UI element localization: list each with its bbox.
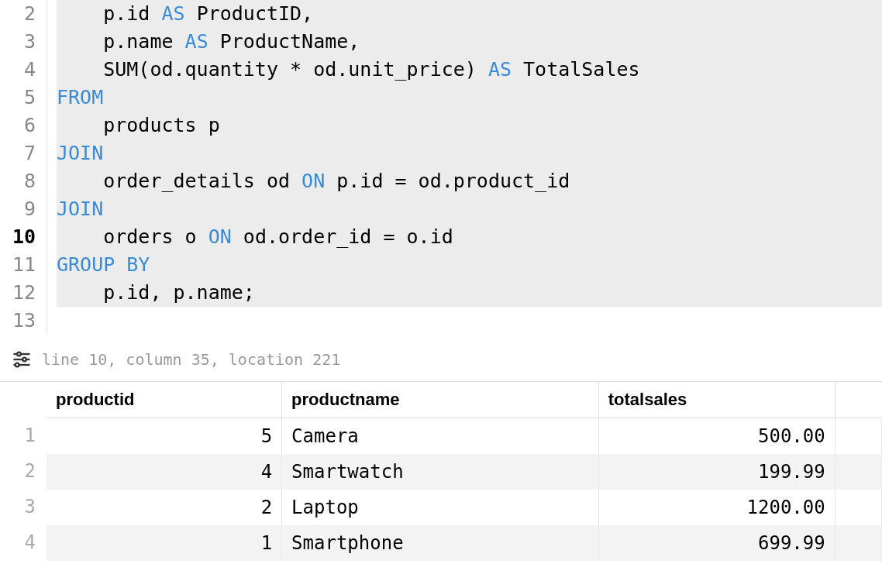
table-cell[interactable]: 5	[47, 418, 282, 454]
code-line[interactable]: JOIN	[57, 139, 882, 167]
table-cell[interactable]: Camera	[282, 418, 599, 454]
table-cell-spacer	[835, 418, 881, 454]
table-cell[interactable]: Laptop	[282, 490, 599, 525]
editor-gutter: 2345678910111213	[0, 0, 47, 335]
code-line[interactable]: FROM	[57, 84, 882, 112]
code-line[interactable]: orders o ON od.order_id = o.id	[57, 223, 882, 251]
row-number: 2	[0, 453, 36, 489]
line-number: 2	[0, 0, 36, 28]
line-number: 13	[0, 307, 36, 335]
cursor-position-text: line 10, column 35, location 221	[42, 350, 340, 369]
line-number: 12	[0, 279, 36, 307]
line-number: 10	[0, 223, 36, 251]
svg-point-5	[16, 363, 19, 367]
sql-editor[interactable]: 2345678910111213 p.id AS ProductID, p.na…	[0, 0, 882, 335]
table-cell[interactable]: 4	[47, 454, 282, 490]
table-cell[interactable]: 1200.00	[598, 490, 835, 525]
table-row[interactable]: 2Laptop1200.00	[47, 490, 882, 525]
line-number: 11	[0, 251, 36, 279]
line-number: 3	[0, 28, 36, 56]
code-line[interactable]: order_details od ON p.id = od.product_id	[57, 167, 882, 195]
table-cell-spacer	[835, 525, 881, 561]
line-number: 6	[0, 112, 36, 139]
table-cell[interactable]: 199.99	[598, 454, 835, 490]
code-line[interactable]: GROUP BY	[57, 251, 882, 279]
line-number: 9	[0, 195, 36, 223]
line-number: 8	[0, 167, 36, 195]
table-cell-spacer	[835, 454, 881, 490]
column-header[interactable]: productname	[282, 382, 599, 418]
line-number: 4	[0, 56, 36, 84]
settings-icon[interactable]	[11, 349, 33, 370]
table-cell[interactable]: Smartwatch	[282, 454, 599, 490]
table-cell[interactable]: 500.00	[598, 418, 835, 454]
code-line[interactable]	[57, 307, 882, 335]
table-cell[interactable]: 1	[47, 525, 282, 561]
table-cell[interactable]: Smartphone	[282, 525, 599, 561]
code-line[interactable]: SUM(od.quantity * od.unit_price) AS Tota…	[57, 56, 882, 84]
line-number: 5	[0, 84, 36, 112]
row-number: 1	[0, 418, 36, 453]
editor-code[interactable]: p.id AS ProductID, p.name AS ProductName…	[47, 0, 882, 335]
table-row[interactable]: 1Smartphone699.99	[47, 525, 882, 561]
column-header[interactable]: productid	[47, 382, 282, 418]
column-header-spacer	[835, 382, 881, 418]
code-line[interactable]: p.name AS ProductName,	[57, 28, 882, 56]
code-line[interactable]: JOIN	[57, 195, 882, 223]
code-line[interactable]: p.id AS ProductID,	[57, 0, 882, 28]
table-cell-spacer	[835, 490, 881, 525]
svg-point-4	[22, 358, 26, 362]
code-line[interactable]: p.id, p.name;	[57, 279, 882, 307]
table-row[interactable]: 4Smartwatch199.99	[47, 454, 882, 490]
line-number: 7	[0, 139, 36, 167]
table-row[interactable]: 5Camera500.00	[47, 418, 882, 454]
results-panel: 1234 productidproductnametotalsales 5Cam…	[0, 382, 882, 561]
results-gutter: 1234	[0, 382, 47, 561]
results-table[interactable]: productidproductnametotalsales 5Camera50…	[47, 382, 882, 561]
row-number: 4	[0, 524, 36, 560]
svg-point-3	[17, 352, 21, 356]
status-bar: line 10, column 35, location 221	[0, 335, 882, 382]
code-line[interactable]: products p	[57, 112, 882, 139]
row-number: 3	[0, 489, 36, 524]
table-cell[interactable]: 699.99	[598, 525, 835, 561]
table-cell[interactable]: 2	[47, 490, 282, 525]
column-header[interactable]: totalsales	[598, 382, 835, 418]
